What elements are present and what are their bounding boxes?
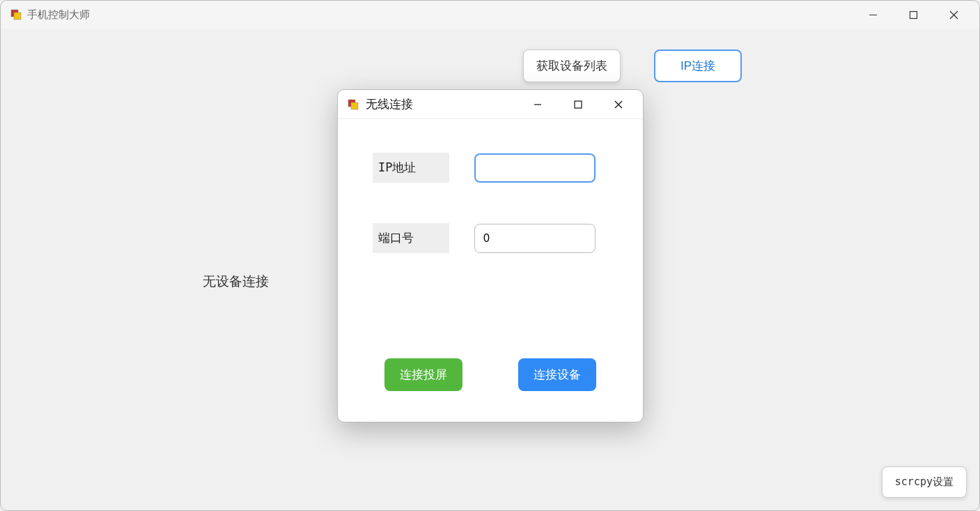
svg-rect-3 — [910, 11, 917, 18]
svg-rect-1 — [14, 13, 21, 20]
dialog-app-icon — [348, 99, 359, 110]
get-device-list-button[interactable]: 获取设备列表 — [523, 49, 621, 82]
dialog-close-button[interactable] — [598, 90, 639, 119]
dialog-window-controls — [518, 90, 639, 119]
main-window-controls — [853, 1, 974, 29]
port-input[interactable] — [474, 224, 596, 253]
top-button-bar: 获取设备列表 IP连接 — [523, 49, 742, 82]
minimize-button[interactable] — [853, 1, 893, 29]
scrcpy-settings-button[interactable]: scrcpy设置 — [882, 466, 967, 498]
ip-connect-button[interactable]: IP连接 — [654, 49, 742, 82]
wireless-connect-dialog: 无线连接 IP地址 端口号 连接投屏 连接设备 — [337, 89, 644, 422]
ip-address-input[interactable] — [474, 153, 596, 183]
dialog-maximize-button[interactable] — [558, 90, 598, 119]
main-window-title: 手机控制大师 — [27, 8, 853, 22]
maximize-button[interactable] — [893, 1, 933, 29]
port-label: 端口号 — [373, 223, 449, 253]
main-titlebar: 手机控制大师 — [1, 1, 979, 29]
connect-screen-button[interactable]: 连接投屏 — [384, 358, 462, 391]
svg-rect-9 — [575, 101, 582, 108]
ip-address-label: IP地址 — [373, 153, 449, 183]
no-device-text: 无设备连接 — [203, 273, 269, 291]
dialog-title: 无线连接 — [366, 96, 518, 112]
dialog-minimize-button[interactable] — [518, 90, 558, 119]
connect-device-button[interactable]: 连接设备 — [518, 358, 596, 391]
close-button[interactable] — [933, 1, 974, 29]
dialog-body: IP地址 端口号 连接投屏 连接设备 — [338, 119, 643, 422]
port-row: 端口号 — [373, 223, 608, 253]
ip-address-row: IP地址 — [373, 153, 608, 183]
dialog-button-bar: 连接投屏 连接设备 — [338, 358, 643, 391]
dialog-titlebar: 无线连接 — [338, 90, 643, 119]
app-icon — [10, 9, 22, 20]
svg-rect-7 — [351, 102, 358, 109]
